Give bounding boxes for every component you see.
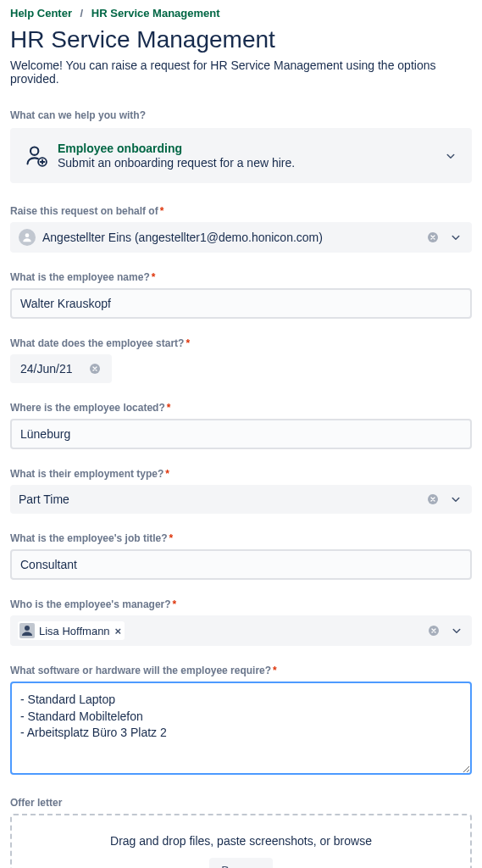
breadcrumb: Help Center / HR Service Management — [10, 7, 472, 19]
chevron-down-icon[interactable] — [448, 230, 463, 245]
clear-icon[interactable] — [427, 624, 440, 637]
file-dropzone[interactable]: Drag and drop files, paste screenshots, … — [10, 814, 472, 868]
job-title-input[interactable] — [10, 549, 472, 580]
help-with-label: What can we help you with? — [10, 109, 472, 121]
employment-type-value: Part Time — [19, 492, 426, 506]
employment-type-select[interactable]: Part Time — [10, 485, 472, 514]
on-behalf-value: Angestellter Eins (angestellter1@demo.ho… — [42, 231, 426, 244]
clear-icon[interactable] — [426, 492, 440, 506]
location-input[interactable] — [10, 419, 472, 449]
requirements-label: What software or hardware will the emplo… — [10, 665, 472, 676]
location-label: Where is the employee located?* — [10, 402, 472, 414]
job-title-label: What is the employee's job title?* — [10, 532, 472, 544]
employee-name-input[interactable] — [10, 288, 472, 319]
clear-icon[interactable] — [426, 231, 440, 244]
manager-select[interactable]: Lisa Hoffmann × — [10, 615, 472, 646]
requirements-textarea[interactable] — [10, 682, 472, 775]
manager-tag: Lisa Hoffmann × — [18, 621, 125, 640]
chevron-down-icon[interactable] — [448, 492, 463, 507]
breadcrumb-current[interactable]: HR Service Management — [91, 7, 220, 19]
page-title: HR Service Management — [10, 26, 472, 53]
svg-point-2 — [25, 233, 30, 237]
browse-button[interactable]: Browse — [209, 858, 273, 868]
avatar-icon — [19, 623, 35, 638]
employee-name-label: What is the employee name?* — [10, 271, 472, 283]
request-type-selector[interactable]: Employee onboarding Submit an onboarding… — [10, 128, 472, 183]
manager-label: Who is the employee's manager?* — [10, 598, 472, 610]
request-type-title: Employee onboarding — [58, 142, 443, 155]
chevron-down-icon — [443, 148, 458, 164]
manager-tag-label: Lisa Hoffmann — [39, 625, 110, 637]
employment-type-label: What is their employment type?* — [10, 468, 472, 480]
breadcrumb-separator: / — [75, 7, 89, 19]
offer-letter-label: Offer letter — [10, 797, 472, 809]
breadcrumb-help-center[interactable]: Help Center — [10, 7, 72, 19]
user-avatar-icon — [19, 229, 36, 246]
remove-tag-icon[interactable]: × — [115, 625, 122, 637]
start-date-label: What date does the employee start?* — [10, 337, 472, 349]
clear-icon[interactable] — [88, 362, 102, 376]
request-type-desc: Submit an onboarding request for a new h… — [58, 156, 443, 170]
welcome-text: Welcome! You can raise a request for HR … — [10, 58, 472, 86]
person-add-icon — [24, 144, 49, 168]
start-date-picker[interactable]: 24/Jun/21 — [10, 354, 112, 383]
on-behalf-select[interactable]: Angestellter Eins (angestellter1@demo.ho… — [10, 222, 472, 253]
start-date-value: 24/Jun/21 — [20, 362, 73, 376]
chevron-down-icon[interactable] — [449, 623, 464, 638]
on-behalf-label: Raise this request on behalf of* — [10, 205, 472, 217]
svg-point-0 — [30, 147, 38, 154]
dropzone-text: Drag and drop files, paste screenshots, … — [30, 834, 452, 848]
